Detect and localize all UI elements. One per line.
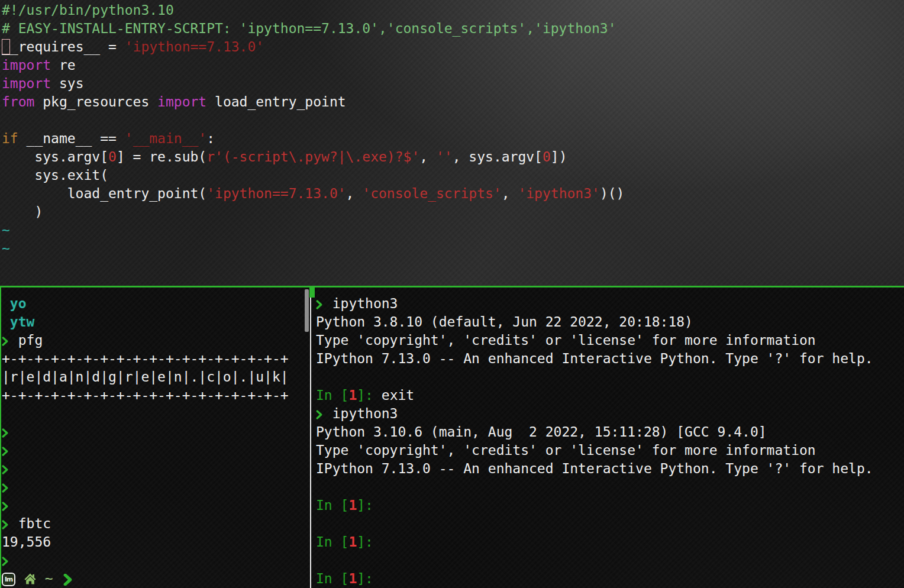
pane-divider-vertical[interactable] xyxy=(310,287,311,588)
text-segment: Type 'copyright', 'credits' or 'license'… xyxy=(316,442,816,458)
terminal-line: pfg xyxy=(2,331,310,350)
text-segment: IPython 7.13.0 -- An enhanced Interactiv… xyxy=(316,351,873,366)
terminal-line xyxy=(316,515,904,533)
text-segment: Python 3.10.6 (main, Aug 2 2022, 15:11:2… xyxy=(316,424,767,440)
terminal-line: +-+-+-+-+-+-+-+-+-+-+-+-+-+-+-+-+-+ xyxy=(2,350,310,368)
terminal-line: IPython 7.13.0 -- An enhanced Interactiv… xyxy=(316,350,904,368)
text-segment: ~ xyxy=(2,241,10,256)
text-segment: ]) xyxy=(551,149,567,164)
terminal-line: +-+-+-+-+-+-+-+-+-+-+-+-+-+-+-+-+-+ xyxy=(2,386,310,405)
terminal-line: yo xyxy=(2,295,310,313)
terminal-line: # EASY-INSTALL-ENTRY-SCRIPT: 'ipython==7… xyxy=(2,20,904,38)
text-segment: ipython3 xyxy=(324,296,398,311)
text-segment: 'ipython3' xyxy=(518,186,599,201)
terminal-line: sys.exit( xyxy=(2,166,904,185)
terminal-line: fbtc xyxy=(2,515,310,533)
text-segment: fbtc xyxy=(10,516,51,531)
text-segment: re xyxy=(51,57,76,73)
terminal-line: Python 3.8.10 (default, Jun 22 2022, 20:… xyxy=(316,313,904,331)
prompt-arrow-icon xyxy=(63,570,72,588)
editor-pane[interactable]: #!/usr/bin/python3.10# EASY-INSTALL-ENTR… xyxy=(0,0,904,286)
text-segment: ] = re.sub( xyxy=(117,149,206,164)
prompt-arrow-icon xyxy=(2,496,10,515)
text-segment: import xyxy=(157,94,206,109)
text-segment xyxy=(37,571,45,586)
terminal-line: IPython 7.13.0 -- An enhanced Interactiv… xyxy=(316,460,904,478)
text-segment: : xyxy=(206,131,215,146)
pane-divider-accent xyxy=(309,287,315,298)
terminal-line: ytw xyxy=(2,313,310,331)
terminal-line xyxy=(316,551,904,570)
shell-pane[interactable]: yo ytw pfg+-+-+-+-+-+-+-+-+-+-+-+-+-+-+-… xyxy=(0,287,310,588)
text-segment: , xyxy=(419,149,436,164)
text-segment: ]: xyxy=(357,497,373,513)
text-segment: # EASY-INSTALL-ENTRY-SCRIPT: 'ipython==7… xyxy=(2,21,616,36)
text-segment: sys.argv[ xyxy=(2,149,108,164)
text-segment: '__main__' xyxy=(125,131,206,146)
terminal-line: if __name__ == '__main__': xyxy=(2,130,904,148)
pane-border-left xyxy=(0,287,1,588)
text-segment: if xyxy=(2,131,18,146)
text-segment: In [ xyxy=(316,497,348,513)
terminal-line: __requires__ = 'ipython==7.13.0' xyxy=(2,38,904,56)
text-segment: In [ xyxy=(316,571,348,586)
text-segment: import xyxy=(2,57,51,73)
terminal-line: In [1]: exit xyxy=(316,386,904,405)
terminal-line xyxy=(2,405,310,423)
text-segment xyxy=(15,571,24,586)
text-segment: ]: xyxy=(357,534,373,550)
text-segment: , xyxy=(502,186,518,201)
terminal-line: #!/usr/bin/python3.10 xyxy=(2,1,904,20)
text-segment: pkg_resources xyxy=(34,94,157,109)
terminal-line: ipython3 xyxy=(316,405,904,423)
terminal-line: Type 'copyright', 'credits' or 'license'… xyxy=(316,441,904,460)
text-segment: from xyxy=(2,94,34,109)
terminal-line: ) xyxy=(2,203,904,221)
text-segment: +-+-+-+-+-+-+-+-+-+-+-+-+-+-+-+-+-+ xyxy=(2,351,289,366)
prompt-arrow-icon xyxy=(2,460,10,478)
text-segment: load_entry_point( xyxy=(2,186,206,201)
prompt-arrow-icon xyxy=(2,551,10,570)
prompt-arrow-icon xyxy=(2,423,10,441)
editor-cursor: _ xyxy=(2,39,10,54)
text-segment: sys.exit( xyxy=(2,167,108,183)
text-segment: , xyxy=(346,186,363,201)
text-segment: ipython3 xyxy=(324,406,398,421)
text-segment: #!/usr/bin/python3.10 xyxy=(2,2,174,18)
text-segment: pfg xyxy=(10,332,43,348)
text-segment: , sys.argv[ xyxy=(453,149,543,164)
terminal-line: from pkg_resources import load_entry_poi… xyxy=(2,93,904,111)
text-segment: 1 xyxy=(348,534,357,550)
text-segment: exit xyxy=(382,387,414,403)
terminal-line: In [1]: xyxy=(316,533,904,551)
text-segment: '' xyxy=(436,149,453,164)
terminal-line xyxy=(2,478,310,496)
prompt-arrow-icon xyxy=(316,405,324,423)
terminal-line: In [1]: xyxy=(316,570,904,588)
scrollbar-thumb[interactable] xyxy=(305,289,309,332)
terminal-line: ~ xyxy=(2,240,904,258)
terminal-line: ~ xyxy=(2,221,904,240)
terminal-line: lm ~ xyxy=(2,570,310,588)
text-segment: In [ xyxy=(316,387,348,403)
text-segment: 1 xyxy=(348,387,357,403)
ipython-pane[interactable]: ipython3Python 3.8.10 (default, Jun 22 2… xyxy=(311,287,904,588)
mint-logo-icon: lm xyxy=(2,573,15,586)
pane-border-horizontal[interactable] xyxy=(0,286,904,287)
prompt-arrow-icon xyxy=(2,441,10,460)
text-segment: 'ipython==7.13.0' xyxy=(206,186,346,201)
text-segment: IPython 7.13.0 -- An enhanced Interactiv… xyxy=(316,461,873,476)
terminal-line: Python 3.10.6 (main, Aug 2 2022, 15:11:2… xyxy=(316,423,904,441)
text-segment: ) xyxy=(2,204,43,219)
text-segment: +-+-+-+-+-+-+-+-+-+-+-+-+-+-+-+-+-+ xyxy=(2,387,289,403)
terminal-line xyxy=(2,551,310,570)
terminal-line xyxy=(316,368,904,386)
text-segment: Python 3.8.10 (default, Jun 22 2022, 20:… xyxy=(316,314,693,329)
prompt-arrow-icon xyxy=(2,331,10,350)
terminal-line xyxy=(316,478,904,496)
text-segment: 0 xyxy=(108,149,117,164)
terminal-line: 19,556 xyxy=(2,533,310,551)
text-segment: r'(-script\.pyw?|\.exe)?$' xyxy=(206,149,419,164)
text-segment: ytw xyxy=(2,314,34,329)
text-segment: sys xyxy=(51,76,83,91)
